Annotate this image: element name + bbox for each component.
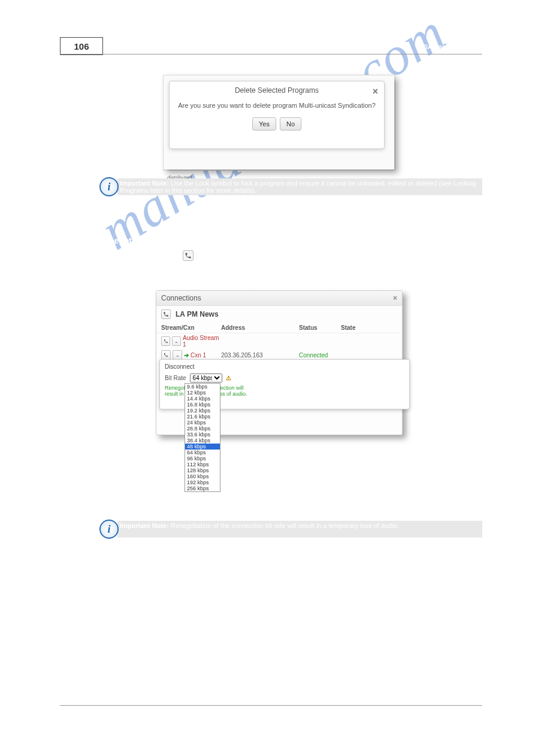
- footer-right: v1: [476, 710, 482, 716]
- program-name: LA PM News: [176, 310, 219, 318]
- warning-icon: ⚠: [226, 375, 231, 381]
- phone-icon[interactable]: [161, 309, 171, 319]
- close-icon[interactable]: ×: [373, 86, 378, 97]
- footer-rule: [60, 705, 482, 706]
- list-item[interactable]: 24 kbps: [185, 420, 220, 426]
- list-item[interactable]: 256 kbps: [185, 485, 220, 491]
- backup-body: Backup connections are created within pr…: [98, 584, 482, 630]
- col-state: State: [341, 324, 355, 331]
- section-backup-heading: Creating a Backup Connection: [98, 570, 220, 579]
- list-item[interactable]: 38.4 kbps: [185, 438, 220, 444]
- list-item[interactable]: 12 kbps: [185, 390, 220, 396]
- howto-item-1: 1. From the Home screen tap Programs.: [109, 667, 482, 676]
- yes-button[interactable]: Yes: [252, 117, 276, 130]
- arrow-right-icon: ➔: [184, 352, 189, 359]
- phone-icon: [183, 250, 194, 261]
- header-rule: [60, 54, 482, 54]
- info-icon: i: [99, 520, 119, 539]
- audio-stream-label: Audio Stream 1: [183, 335, 221, 348]
- note-2: Important Note: Renegotiation of the con…: [120, 522, 480, 529]
- connections-panel-figure: Connections × LA PM News Stream/Cxn Addr…: [156, 290, 417, 506]
- phone-icon[interactable]: [161, 336, 170, 346]
- col-address: Address: [221, 324, 299, 331]
- dialog-title: Delete Selected Programs: [170, 81, 384, 97]
- list-item[interactable]: 64 kbps: [185, 450, 220, 456]
- panel-title-bar: Connections ×: [156, 291, 402, 306]
- disconnect-label[interactable]: Disconnect: [165, 363, 404, 370]
- list-item[interactable]: 16.8 kbps: [185, 402, 220, 408]
- no-button[interactable]: No: [280, 117, 301, 130]
- footer-left: © Tieline Research Pty. Ltd. 2021: [60, 710, 140, 716]
- list-item[interactable]: 33.6 kbps: [185, 432, 220, 438]
- phone-icon[interactable]: [161, 350, 171, 360]
- bitrate-dropdown[interactable]: 9.6 kbps 12 kbps 14.4 kbps 16.8 kbps 19.…: [185, 383, 220, 492]
- section-howto-heading: How to Create a Backup Connection: [98, 654, 222, 662]
- header-text: ViA User Manual v1: [422, 43, 483, 50]
- bitrate-select[interactable]: 64 kbps: [190, 374, 222, 382]
- table-header: Stream/Cxn Address Status State: [156, 323, 402, 333]
- list-item[interactable]: 14.4 kbps: [185, 396, 220, 402]
- table-row: ⌄ Audio Stream 1: [156, 333, 402, 349]
- cxn-status: Connected: [299, 352, 341, 359]
- cxn-address: 203.36.205.163: [221, 352, 299, 359]
- list-item[interactable]: 28.8 kbps: [185, 426, 220, 432]
- info-icon: i: [99, 177, 119, 196]
- list-item[interactable]: 9.6 kbps: [185, 384, 220, 390]
- renegotiate-body: Tap the Connect/Disconnect button relate…: [98, 250, 482, 270]
- section-renegotiate-heading: Renegotiate a Connection Bit Rate: [98, 236, 235, 245]
- note-2-label: Important Note:: [120, 522, 169, 529]
- chevron-down-icon[interactable]: ⌄: [173, 350, 182, 360]
- renegotiate-body-1: Tap the Connect/Disconnect: [98, 251, 183, 259]
- dialog-message: Are you sure you want to delete program …: [170, 97, 384, 114]
- cxn-name: Cxn 1: [191, 352, 206, 359]
- note-1-label: Important Note:: [120, 180, 169, 187]
- chevron-down-icon[interactable]: ⌄: [172, 336, 181, 346]
- page-number-box: 106: [60, 37, 103, 55]
- col-status: Status: [299, 324, 341, 331]
- list-item[interactable]: 48 kbps: [185, 444, 220, 450]
- list-item[interactable]: 19.2 kbps: [185, 408, 220, 414]
- delete-dialog: Delete Selected Programs × Are you sure …: [169, 81, 385, 149]
- list-item[interactable]: 21.6 kbps: [185, 414, 220, 420]
- list-item[interactable]: 192 kbps: [185, 479, 220, 485]
- panel-title: Connections: [161, 294, 201, 302]
- howto-item-2: 2. Load the program which requires a bac…: [109, 679, 482, 688]
- close-icon[interactable]: ×: [393, 294, 397, 302]
- program-row: LA PM News: [156, 306, 402, 323]
- note-2-text: Renegotiation of the connection bit rate…: [171, 522, 399, 529]
- bitrate-label: Bit Rate: [165, 375, 186, 381]
- col-stream: Stream/Cxn: [161, 324, 221, 331]
- delete-dialog-figure: Delete Selected Programs × Are you sure …: [163, 75, 394, 169]
- list-item[interactable]: 112 kbps: [185, 462, 220, 467]
- list-item[interactable]: 160 kbps: [185, 473, 220, 479]
- list-item[interactable]: 128 kbps: [185, 467, 220, 473]
- list-item[interactable]: 96 kbps: [185, 456, 220, 462]
- note-1-text: Use the Lock symbol to lock a program an…: [120, 180, 476, 194]
- footer: © Tieline Research Pty. Ltd. 2021 v1: [60, 710, 482, 716]
- note-1: Important Note: Use the Lock symbol to l…: [120, 180, 480, 194]
